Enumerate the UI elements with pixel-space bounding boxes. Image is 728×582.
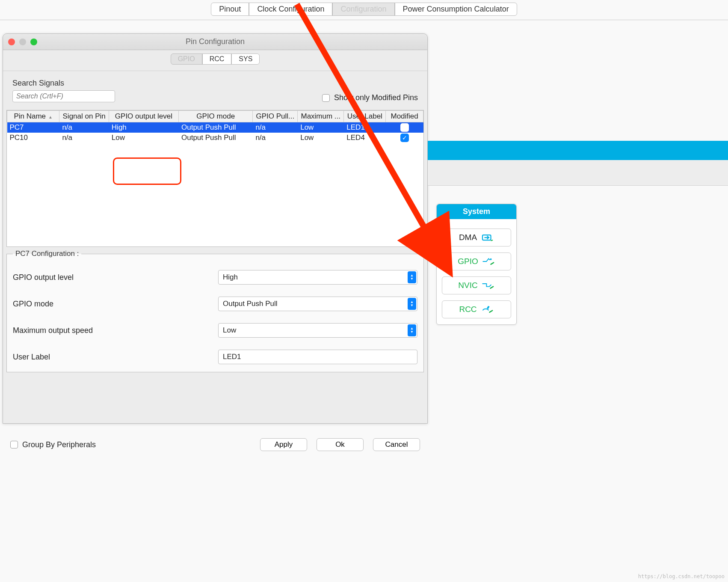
sub-tab-bar: GPIO RCC SYS [3,50,427,71]
side-blue-bar [428,141,728,160]
output-level-label: GPIO output level [13,273,218,282]
col-modified[interactable]: Modified [386,111,423,122]
output-level-select[interactable]: High [218,270,417,285]
cell-output-level: Low [109,133,178,143]
user-label-label: User Label [13,353,218,362]
check-icon: ✓ [400,134,409,142]
nvic-icon [482,281,495,290]
col-max-speed[interactable]: Maximum ... [298,111,344,122]
col-pin-name[interactable]: Pin Name [7,111,59,122]
select-value: High [223,273,238,282]
system-rcc-button[interactable]: RCC [442,300,511,318]
cell-signal: n/a [59,133,109,143]
group-by-checkbox[interactable] [10,441,18,448]
select-value: Low [223,326,236,335]
button-label: RCC [459,305,476,314]
svg-rect-2 [487,306,490,309]
tab-power[interactable]: Power Consumption Calculator [395,3,517,16]
cell-output-level: High [109,122,178,133]
dma-icon [481,233,494,242]
spinner-icon [408,271,416,283]
ok-button[interactable]: Ok [317,438,364,451]
cell-pin: PC10 [7,133,59,143]
max-speed-label: Maximum output speed [13,326,218,335]
tab-clock-config[interactable]: Clock Configuration [249,3,332,16]
cell-pin: PC7 [7,122,59,133]
check-icon: ✓ [400,123,409,132]
cell-pull: n/a [253,122,298,133]
spinner-icon [408,324,416,336]
tab-configuration[interactable]: Configuration [332,3,394,16]
main-tab-bar: Pinout Clock Configuration Configuration… [0,3,728,16]
button-label: GPIO [458,257,478,266]
user-label-input[interactable]: LED1 [218,350,417,364]
config-legend: PC7 Configuration : [13,249,81,258]
cell-mode: Output Push Pull [179,122,253,133]
cell-label: LED1 [344,122,386,133]
sub-tab-sys[interactable]: SYS [231,53,260,65]
apply-button[interactable]: Apply [260,438,307,451]
bottom-bar: Group By Peripherals Apply Ok Cancel [3,426,428,451]
cell-modified: ✓ [386,133,423,143]
cell-speed: Low [298,133,344,143]
cancel-button[interactable]: Cancel [373,438,420,451]
system-nvic-button[interactable]: NVIC [442,276,511,294]
button-label: NVIC [458,281,477,290]
group-by-label: Group By Peripherals [22,440,96,449]
search-input[interactable] [12,90,115,102]
col-user-label[interactable]: User Label [344,111,386,122]
pin-table: Pin Name Signal on Pin GPIO output level… [6,110,424,247]
select-value: Output Push Pull [223,300,278,308]
col-signal[interactable]: Signal on Pin [59,111,109,122]
sub-tab-gpio[interactable]: GPIO [171,53,202,65]
max-speed-select[interactable]: Low [218,323,417,338]
system-panel-title: System [437,204,516,219]
cell-signal: n/a [59,122,109,133]
titlebar: Pin Configuration [3,34,427,50]
show-modified-label: Show only Modified Pins [334,93,418,102]
cell-modified: ✓ [386,122,423,133]
cell-label: LED4 [344,133,386,143]
cell-speed: Low [298,122,344,133]
watermark: https://blog.csdn.net/toopoo [638,573,725,579]
sub-tab-rcc[interactable]: RCC [202,53,232,65]
col-gpio-mode[interactable]: GPIO mode [179,111,253,122]
show-modified-checkbox[interactable] [322,94,330,102]
button-label: DMA [459,233,477,242]
system-dma-button[interactable]: DMA [442,229,511,246]
search-label: Search Signals [12,79,115,88]
rcc-icon [481,305,494,314]
pin-config-window: Pin Configuration GPIO RCC SYS Search Si… [3,33,428,424]
input-value: LED1 [223,353,241,361]
gpio-mode-label: GPIO mode [13,300,218,309]
divider [0,20,728,20]
side-grey-bar [428,160,728,186]
cell-pull: n/a [253,133,298,143]
gpio-icon [482,257,495,266]
system-panel: System DMA GPIO NVIC RCC [436,204,517,325]
table-row[interactable]: PC10 n/a Low Output Push Pull n/a Low LE… [7,133,423,143]
tab-pinout[interactable]: Pinout [211,3,249,16]
pin-config-fieldset: PC7 Configuration : GPIO output level Hi… [6,249,424,372]
table-row[interactable]: PC7 n/a High Output Push Pull n/a Low LE… [7,122,423,133]
cell-mode: Output Push Pull [179,133,253,143]
spinner-icon [408,298,416,310]
col-output-level[interactable]: GPIO output level [109,111,178,122]
col-gpio-pull[interactable]: GPIO Pull... [253,111,298,122]
system-gpio-button[interactable]: GPIO [442,252,511,270]
gpio-mode-select[interactable]: Output Push Pull [218,297,417,311]
svg-point-1 [490,258,491,260]
window-title: Pin Configuration [3,37,427,46]
